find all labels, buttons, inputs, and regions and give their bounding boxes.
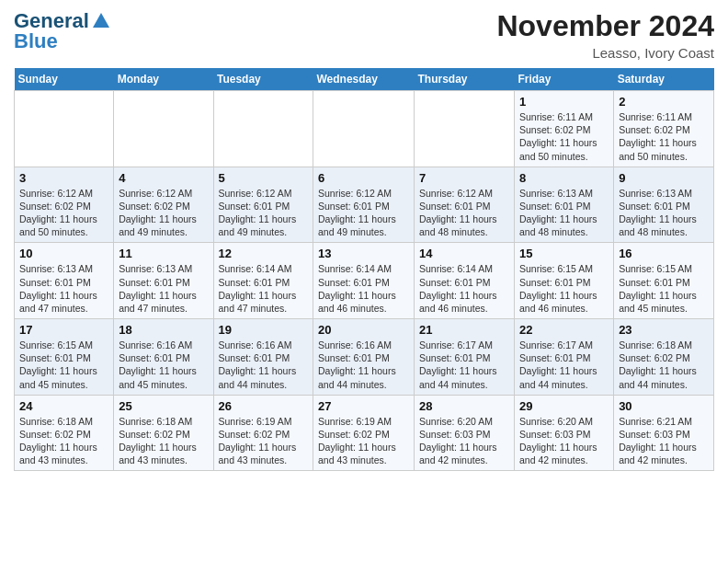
week-row-1: 1Sunrise: 6:11 AM Sunset: 6:02 PM Daylig… (15, 91, 714, 167)
day-info: Sunrise: 6:19 AM Sunset: 6:02 PM Dayligh… (318, 416, 396, 466)
day-info: Sunrise: 6:16 AM Sunset: 6:01 PM Dayligh… (119, 339, 197, 390)
logo: General Blue (14, 9, 111, 53)
day-info: Sunrise: 6:14 AM Sunset: 6:01 PM Dayligh… (219, 263, 297, 314)
day-number: 11 (119, 247, 208, 260)
day-number: 10 (19, 247, 108, 260)
calendar-cell: 11Sunrise: 6:13 AM Sunset: 6:01 PM Dayli… (114, 243, 213, 319)
calendar-cell (15, 91, 114, 167)
day-info: Sunrise: 6:13 AM Sunset: 6:01 PM Dayligh… (19, 263, 97, 314)
calendar-cell: 29Sunrise: 6:20 AM Sunset: 6:03 PM Dayli… (514, 395, 613, 471)
day-info: Sunrise: 6:12 AM Sunset: 6:02 PM Dayligh… (19, 188, 97, 238)
week-row-2: 3Sunrise: 6:12 AM Sunset: 6:02 PM Daylig… (15, 167, 714, 243)
calendar-cell: 21Sunrise: 6:17 AM Sunset: 6:01 PM Dayli… (414, 319, 514, 396)
day-info: Sunrise: 6:12 AM Sunset: 6:01 PM Dayligh… (219, 188, 297, 238)
day-number: 29 (519, 399, 609, 413)
day-header-thursday: Thursday (414, 68, 514, 91)
day-number: 13 (318, 247, 409, 260)
calendar-cell: 5Sunrise: 6:12 AM Sunset: 6:01 PM Daylig… (213, 167, 313, 243)
day-number: 26 (219, 399, 309, 413)
day-number: 17 (19, 323, 108, 337)
day-info: Sunrise: 6:13 AM Sunset: 6:01 PM Dayligh… (619, 188, 697, 238)
day-number: 6 (318, 171, 409, 185)
day-number: 23 (619, 323, 709, 337)
day-info: Sunrise: 6:12 AM Sunset: 6:01 PM Dayligh… (419, 188, 497, 238)
calendar-cell (114, 91, 213, 167)
svg-marker-0 (93, 13, 109, 28)
month-title: November 2024 (496, 9, 714, 43)
day-info: Sunrise: 6:11 AM Sunset: 6:02 PM Dayligh… (519, 111, 597, 162)
logo-blue: Blue (14, 29, 58, 53)
day-number: 20 (318, 323, 409, 337)
day-info: Sunrise: 6:21 AM Sunset: 6:03 PM Dayligh… (619, 416, 697, 466)
calendar-cell (414, 91, 514, 167)
day-info: Sunrise: 6:15 AM Sunset: 6:01 PM Dayligh… (619, 263, 697, 314)
calendar-cell: 25Sunrise: 6:18 AM Sunset: 6:02 PM Dayli… (114, 395, 213, 471)
calendar-cell: 10Sunrise: 6:13 AM Sunset: 6:01 PM Dayli… (15, 243, 114, 319)
day-number: 3 (19, 171, 108, 185)
calendar-cell (213, 91, 313, 167)
week-row-3: 10Sunrise: 6:13 AM Sunset: 6:01 PM Dayli… (15, 243, 714, 319)
day-number: 4 (119, 171, 208, 185)
calendar-cell: 12Sunrise: 6:14 AM Sunset: 6:01 PM Dayli… (213, 243, 313, 319)
day-number: 9 (619, 171, 709, 185)
day-info: Sunrise: 6:19 AM Sunset: 6:02 PM Dayligh… (219, 416, 297, 466)
calendar-cell: 17Sunrise: 6:15 AM Sunset: 6:01 PM Dayli… (15, 319, 114, 396)
calendar-cell: 23Sunrise: 6:18 AM Sunset: 6:02 PM Dayli… (614, 319, 714, 396)
day-number: 21 (419, 323, 509, 337)
day-info: Sunrise: 6:12 AM Sunset: 6:02 PM Dayligh… (119, 188, 197, 238)
calendar-cell: 30Sunrise: 6:21 AM Sunset: 6:03 PM Dayli… (614, 395, 714, 471)
day-number: 28 (419, 399, 509, 413)
day-info: Sunrise: 6:17 AM Sunset: 6:01 PM Dayligh… (519, 339, 597, 390)
day-info: Sunrise: 6:12 AM Sunset: 6:01 PM Dayligh… (318, 188, 396, 238)
calendar-cell: 3Sunrise: 6:12 AM Sunset: 6:02 PM Daylig… (15, 167, 114, 243)
calendar-cell: 26Sunrise: 6:19 AM Sunset: 6:02 PM Dayli… (213, 395, 313, 471)
calendar-cell: 27Sunrise: 6:19 AM Sunset: 6:02 PM Dayli… (313, 395, 415, 471)
calendar-cell: 6Sunrise: 6:12 AM Sunset: 6:01 PM Daylig… (313, 167, 415, 243)
day-number: 15 (519, 247, 609, 260)
day-number: 22 (519, 323, 609, 337)
week-row-4: 17Sunrise: 6:15 AM Sunset: 6:01 PM Dayli… (15, 319, 714, 396)
day-header-tuesday: Tuesday (213, 68, 313, 91)
day-info: Sunrise: 6:13 AM Sunset: 6:01 PM Dayligh… (519, 188, 597, 238)
day-info: Sunrise: 6:15 AM Sunset: 6:01 PM Dayligh… (19, 339, 97, 390)
day-info: Sunrise: 6:11 AM Sunset: 6:02 PM Dayligh… (619, 111, 697, 162)
day-info: Sunrise: 6:18 AM Sunset: 6:02 PM Dayligh… (19, 416, 97, 466)
day-number: 8 (519, 171, 609, 185)
day-info: Sunrise: 6:20 AM Sunset: 6:03 PM Dayligh… (419, 416, 497, 466)
calendar-cell: 24Sunrise: 6:18 AM Sunset: 6:02 PM Dayli… (15, 395, 114, 471)
day-info: Sunrise: 6:14 AM Sunset: 6:01 PM Dayligh… (318, 263, 396, 314)
day-number: 30 (619, 399, 709, 413)
day-info: Sunrise: 6:16 AM Sunset: 6:01 PM Dayligh… (219, 339, 297, 390)
day-number: 16 (619, 247, 709, 260)
day-header-saturday: Saturday (614, 68, 714, 91)
day-number: 19 (219, 323, 309, 337)
day-header-sunday: Sunday (15, 68, 114, 91)
day-number: 1 (519, 95, 609, 109)
calendar-cell: 13Sunrise: 6:14 AM Sunset: 6:01 PM Dayli… (313, 243, 415, 319)
day-number: 24 (19, 399, 108, 413)
calendar-cell: 19Sunrise: 6:16 AM Sunset: 6:01 PM Dayli… (213, 319, 313, 396)
day-info: Sunrise: 6:18 AM Sunset: 6:02 PM Dayligh… (619, 339, 697, 390)
header-row: SundayMondayTuesdayWednesdayThursdayFrid… (15, 68, 714, 91)
calendar-cell (313, 91, 415, 167)
day-info: Sunrise: 6:17 AM Sunset: 6:01 PM Dayligh… (419, 339, 497, 390)
calendar-cell: 16Sunrise: 6:15 AM Sunset: 6:01 PM Dayli… (614, 243, 714, 319)
title-area: November 2024 Leasso, Ivory Coast (496, 9, 714, 61)
day-number: 14 (419, 247, 509, 260)
day-number: 5 (219, 171, 309, 185)
calendar-cell: 28Sunrise: 6:20 AM Sunset: 6:03 PM Dayli… (414, 395, 514, 471)
day-header-wednesday: Wednesday (313, 68, 415, 91)
location-subtitle: Leasso, Ivory Coast (496, 45, 714, 61)
calendar-cell: 1Sunrise: 6:11 AM Sunset: 6:02 PM Daylig… (514, 91, 613, 167)
day-number: 18 (119, 323, 208, 337)
calendar-table: SundayMondayTuesdayWednesdayThursdayFrid… (14, 68, 714, 471)
day-number: 25 (119, 399, 208, 413)
calendar-cell: 2Sunrise: 6:11 AM Sunset: 6:02 PM Daylig… (614, 91, 714, 167)
day-info: Sunrise: 6:16 AM Sunset: 6:01 PM Dayligh… (318, 339, 396, 390)
calendar-cell: 4Sunrise: 6:12 AM Sunset: 6:02 PM Daylig… (114, 167, 213, 243)
day-info: Sunrise: 6:20 AM Sunset: 6:03 PM Dayligh… (519, 416, 597, 466)
day-info: Sunrise: 6:18 AM Sunset: 6:02 PM Dayligh… (119, 416, 197, 466)
day-header-friday: Friday (514, 68, 613, 91)
calendar-cell: 15Sunrise: 6:15 AM Sunset: 6:01 PM Dayli… (514, 243, 613, 319)
calendar-cell: 7Sunrise: 6:12 AM Sunset: 6:01 PM Daylig… (414, 167, 514, 243)
